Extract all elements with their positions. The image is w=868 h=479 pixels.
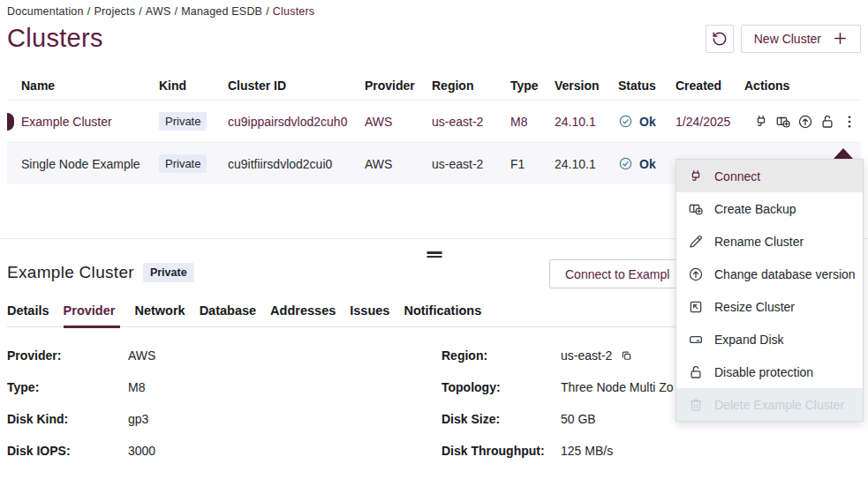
menu-item-label: Change database version <box>714 267 856 281</box>
menu-item-create-backup[interactable]: Create Backup <box>676 192 863 225</box>
status-label: Ok <box>639 157 656 171</box>
check-circle-icon <box>618 156 633 171</box>
cell-status: Ok <box>618 156 676 171</box>
column-header-provider: Provider <box>365 79 432 93</box>
menu-item-expand-disk[interactable]: Expand Disk <box>676 323 863 356</box>
field-value-provider: AWS <box>128 340 442 371</box>
breadcrumb-separator: / <box>174 5 177 18</box>
cell-region: us-east-2 <box>432 157 510 171</box>
tab-notifications[interactable]: Notifications <box>404 303 481 328</box>
menu-item-delete-example-cluster: Delete Example Cluster <box>676 388 863 421</box>
breadcrumb-separator: / <box>139 5 142 18</box>
tab-database[interactable]: Database <box>200 303 256 328</box>
action-change-version-button[interactable] <box>797 114 813 130</box>
menu-pointer-arrow <box>834 148 853 159</box>
field-label-disk-size: Disk Size: <box>442 403 561 435</box>
cell-name: Single Node Example <box>21 157 159 171</box>
check-circle-icon <box>618 114 633 129</box>
tab-network[interactable]: Network <box>134 303 185 328</box>
column-header-kind: Kind <box>159 79 228 93</box>
cell-name: Example Cluster <box>21 115 159 129</box>
change-version-icon <box>797 114 813 130</box>
menu-item-label: Create Backup <box>714 202 796 216</box>
resize-icon <box>688 299 704 315</box>
connect-icon <box>688 168 704 184</box>
unlock-icon <box>688 364 704 380</box>
tab-provider[interactable]: Provider <box>64 303 121 328</box>
cell-kind: Private <box>159 112 228 131</box>
connect-icon <box>753 114 769 130</box>
kebab-menu-icon <box>842 114 857 130</box>
cell-type: M8 <box>510 115 555 129</box>
action-create-backup-button[interactable] <box>775 114 791 130</box>
copy-region-button[interactable] <box>620 349 633 363</box>
panel-title: Example Cluster <box>7 263 134 282</box>
column-header-actions: Actions <box>744 79 861 93</box>
column-header-version: Version <box>555 79 618 93</box>
menu-item-label: Disable protection <box>714 365 813 379</box>
selected-row-marker <box>7 113 14 131</box>
expand-disk-icon <box>688 332 704 348</box>
page-header: Clusters New Cluster <box>7 24 861 53</box>
cell-version: 24.10.1 <box>555 115 618 129</box>
breadcrumb-separator: / <box>87 5 91 18</box>
field-label-region: Region: <box>442 340 561 371</box>
unlock-icon <box>819 114 835 130</box>
refresh-button[interactable] <box>706 25 734 53</box>
field-label-type: Type: <box>7 371 128 403</box>
column-header-type: Type <box>510 79 555 93</box>
breadcrumb-current-clusters: Clusters <box>273 5 314 18</box>
action-connect-button[interactable] <box>753 114 769 130</box>
tab-addresses[interactable]: Addresses <box>270 303 336 328</box>
column-header-created: Created <box>676 79 744 93</box>
refresh-icon <box>712 31 728 47</box>
cell-region: us-east-2 <box>432 115 510 129</box>
field-label-provider: Provider: <box>7 340 128 371</box>
kebab-menu-button[interactable] <box>842 114 857 130</box>
cell-cluster-id: cu9ippairsdvlod2cuh0 <box>228 115 365 129</box>
status-label: Ok <box>639 115 656 129</box>
clusters-page: Documentation/Projects/AWS/Managed ESDB/… <box>0 0 868 479</box>
change-version-icon <box>688 266 704 282</box>
table-header-row: Name Kind Cluster ID Provider Region Typ… <box>7 71 861 101</box>
action-protection-button[interactable] <box>819 114 835 130</box>
new-cluster-label: New Cluster <box>754 32 821 46</box>
menu-item-change-database-version[interactable]: Change database version <box>676 258 863 290</box>
table-row-example-cluster[interactable]: Example Cluster Private cu9ippairsdvlod2… <box>7 101 861 143</box>
breadcrumb-link-projects[interactable]: Projects <box>94 5 135 18</box>
breadcrumb-link-documentation[interactable]: Documentation <box>7 5 84 18</box>
cell-provider: AWS <box>365 115 432 129</box>
cell-kind: Private <box>159 154 228 173</box>
cell-actions <box>744 114 861 130</box>
column-header-status: Status <box>618 79 676 93</box>
column-header-region: Region <box>432 79 510 93</box>
breadcrumb-link-aws[interactable]: AWS <box>146 5 171 18</box>
column-header-name: Name <box>21 79 159 93</box>
cell-status: Ok <box>618 114 676 129</box>
rename-icon <box>688 234 704 250</box>
menu-item-resize-cluster[interactable]: Resize Cluster <box>676 290 863 323</box>
field-label-topology: Topology: <box>442 371 561 403</box>
cell-type: F1 <box>510 157 555 171</box>
cluster-actions-menu: Connect Create Backup Rename Cluster Cha… <box>676 159 864 422</box>
menu-item-disable-protection[interactable]: Disable protection <box>676 356 863 388</box>
column-header-cluster-id: Cluster ID <box>228 79 365 93</box>
tab-issues[interactable]: Issues <box>350 303 389 328</box>
field-value-disk-kind: gp3 <box>128 403 442 435</box>
create-backup-icon <box>688 201 704 217</box>
menu-item-rename-cluster[interactable]: Rename Cluster <box>676 225 863 258</box>
field-label-disk-throughput: Disk Throughput: <box>442 435 561 467</box>
cell-version: 24.10.1 <box>555 157 618 171</box>
create-backup-icon <box>775 114 791 130</box>
breadcrumb: Documentation/Projects/AWS/Managed ESDB/… <box>7 5 861 18</box>
menu-item-connect[interactable]: Connect <box>676 160 863 192</box>
tab-details[interactable]: Details <box>7 303 49 328</box>
page-title: Clusters <box>7 24 103 53</box>
menu-item-label: Rename Cluster <box>714 235 804 249</box>
field-value-type: M8 <box>128 371 442 403</box>
trash-icon <box>688 397 704 413</box>
panel-drag-handle[interactable] <box>426 250 442 259</box>
field-value-disk-iops: 3000 <box>128 435 442 467</box>
new-cluster-button[interactable]: New Cluster <box>741 25 861 53</box>
breadcrumb-link-managed-esdb[interactable]: Managed ESDB <box>181 5 262 18</box>
